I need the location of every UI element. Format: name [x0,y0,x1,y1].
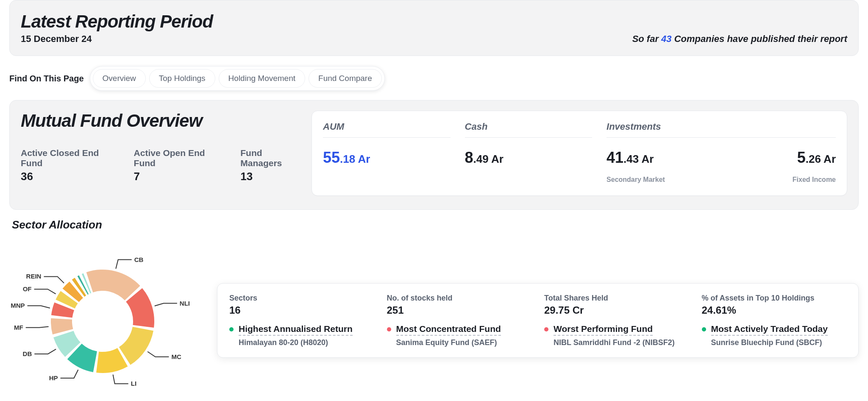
notice-suffix: Companies have published their report [672,33,847,44]
stat-value: 36 [21,170,114,183]
sector-donut-chart[interactable]: CBNLIMCLIHPDBMFMNPOFREIN [9,241,192,401]
metric-suffix: .49 Ar [473,153,504,165]
metric-sublabel: Secondary Market [606,176,665,184]
notice-count: 43 [661,33,671,44]
stat-open-end: Active Open End Fund 7 [134,148,221,183]
donut-slice-CB[interactable] [86,270,140,301]
summary-value: 29.75 Cr [544,304,689,316]
metric-investments: Investments 41.43 Ar Secondary Market 5.… [606,120,836,184]
overview-panel: Mutual Fund Overview Active Closed End F… [9,100,859,210]
highlight-title: Most Actively Traded Today [711,324,828,336]
report-date: 15 December 24 [21,33,213,45]
tab-fund-compare[interactable]: Fund Compare [309,69,382,88]
stat-value: 13 [240,170,300,183]
donut-label-LI: LI [131,380,136,387]
summary-value: 24.61% [702,304,847,316]
investments-secondary: 41.43 Ar Secondary Market [606,149,665,184]
metric-whole: 55 [323,149,340,166]
page-title: Latest Reporting Period [21,11,213,32]
status-dot-icon [387,327,391,331]
pill-group: Overview Top Holdings Holding Movement F… [90,66,385,91]
sector-title: Sector Allocation [12,218,859,231]
summary-top10: % of Assets in Top 10 Holdings 24.61% [702,294,847,316]
metric-whole: 41 [606,149,623,166]
highlight-title: Worst Performing Fund [554,324,653,336]
highlight-title: Highest Annualised Return [239,324,353,336]
status-dot-icon [544,327,548,331]
metric-value: 8.49 Ar [465,149,593,167]
highlight-worst-performing[interactable]: Worst Performing Fund NIBL Samriddhi Fun… [544,324,689,347]
tab-holding-movement[interactable]: Holding Movement [219,69,305,88]
donut-label-NLI: NLI [180,300,190,307]
stat-value: 7 [134,170,221,183]
summary-label: Total Shares Held [544,294,689,303]
highlight-sub: Himalayan 80-20 (H8020) [239,338,353,347]
summary-value: 16 [229,304,374,316]
donut-label-HP: HP [49,374,58,382]
donut-label-MF: MF [14,324,23,331]
metric-aum: AUM 55.18 Ar [323,120,451,184]
overview-title: Mutual Fund Overview [21,111,300,131]
metric-suffix: .18 Ar [340,153,370,165]
highlight-sub: NIBL Samriddhi Fund -2 (NIBSF2) [554,338,675,347]
metrics-card: AUM 55.18 Ar Cash 8.49 Ar Investments 41… [312,111,847,196]
summary-label: Sectors [229,294,374,303]
metric-label: Investments [606,120,836,138]
header-panel: Latest Reporting Period 15 December 24 S… [9,0,859,56]
highlight-title: Most Concentrated Fund [396,324,501,336]
metric-label: AUM [323,120,451,138]
metric-whole: 5 [797,149,806,166]
page-nav-row: Find On This Page Overview Top Holdings … [0,62,868,100]
summary-label: % of Assets in Top 10 Holdings [702,294,847,303]
sector-section: Sector Allocation CBNLIMCLIHPDBMFMNPOFRE… [0,216,868,401]
highlight-most-concentrated[interactable]: Most Concentrated Fund Sanima Equity Fun… [387,324,532,347]
stat-label: Active Open End Fund [134,148,221,168]
metric-label: Cash [465,120,593,138]
stat-closed-end: Active Closed End Fund 36 [21,148,114,183]
investments-fixed: 5.26 Ar Fixed Income [793,149,836,184]
sector-summary-card: Sectors 16 No. of stocks held 251 Total … [217,283,859,358]
highlight-most-traded[interactable]: Most Actively Traded Today Sunrise Bluec… [702,324,847,347]
metric-cash: Cash 8.49 Ar [465,120,593,184]
tab-overview[interactable]: Overview [93,69,146,88]
metric-suffix: .43 Ar [623,153,654,165]
donut-label-CB: CB [134,256,144,263]
donut-label-MC: MC [171,353,181,360]
donut-label-REIN: REIN [26,273,42,280]
donut-label-MNP: MNP [11,302,25,309]
stat-label: Active Closed End Fund [21,148,114,168]
status-dot-icon [229,327,234,331]
stat-fund-managers: Fund Managers 13 [240,148,300,183]
summary-sectors: Sectors 16 [229,294,374,316]
publish-notice: So far 43 Companies have published their… [632,33,847,45]
status-dot-icon [702,327,706,331]
donut-label-DB: DB [23,350,32,357]
notice-prefix: So far [632,33,661,44]
donut-label-OF: OF [23,285,32,292]
donut-slice-MC[interactable] [119,327,153,365]
summary-stocks: No. of stocks held 251 [387,294,532,316]
summary-value: 251 [387,304,532,316]
metric-whole: 8 [465,149,473,166]
find-label: Find On This Page [9,74,84,84]
stat-label: Fund Managers [240,148,300,168]
metric-value: 55.18 Ar [323,149,451,167]
highlight-sub: Sunrise Bluechip Fund (SBCF) [711,338,828,347]
summary-label: No. of stocks held [387,294,532,303]
donut-slice-MF[interactable] [51,318,73,334]
metric-suffix: .26 Ar [806,153,836,165]
summary-shares: Total Shares Held 29.75 Cr [544,294,689,316]
highlight-highest-return[interactable]: Highest Annualised Return Himalayan 80-2… [229,324,374,347]
highlight-sub: Sanima Equity Fund (SAEF) [396,338,501,347]
metric-sublabel: Fixed Income [793,176,836,184]
tab-top-holdings[interactable]: Top Holdings [149,69,215,88]
